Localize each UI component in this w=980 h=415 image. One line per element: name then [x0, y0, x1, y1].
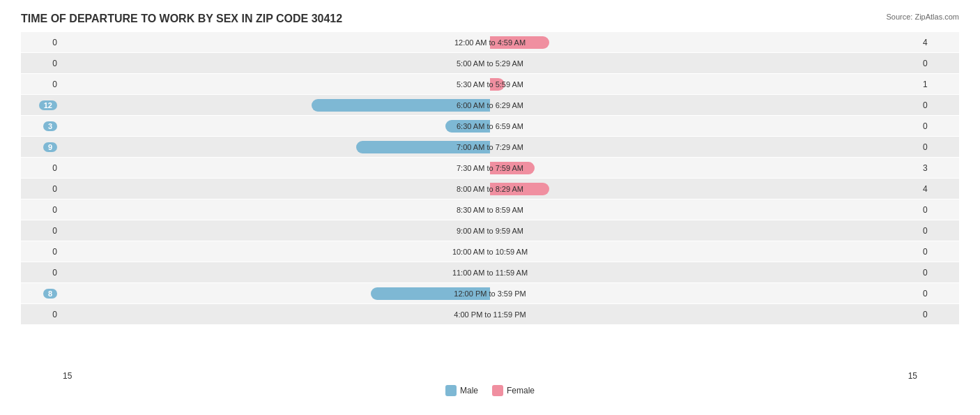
left-value: 0: [21, 38, 63, 47]
table-row: 05:30 AM to 5:59 AM1: [21, 74, 959, 94]
bars-center: 8:00 AM to 8:29 AM: [63, 179, 917, 199]
left-value: 0: [21, 268, 63, 278]
left-value: 3: [21, 121, 63, 131]
female-bar: [490, 78, 505, 91]
right-value: 0: [917, 247, 959, 257]
male-value-badge: 9: [43, 142, 57, 152]
male-legend-box: [445, 385, 457, 396]
bars-center: 11:00 AM to 11:59 AM: [63, 262, 917, 282]
male-label: Male: [460, 386, 478, 395]
table-row: 04:00 PM to 11:59 PM0: [21, 304, 959, 324]
female-bar: [490, 36, 549, 49]
bars-center: 4:00 PM to 11:59 PM: [63, 304, 917, 324]
table-row: 010:00 AM to 10:59 AM0: [21, 241, 959, 262]
female-bar: [490, 183, 549, 195]
right-value: 1: [917, 80, 959, 89]
male-value-badge: 8: [43, 289, 57, 299]
left-value: 8: [21, 289, 63, 299]
male-bar: [371, 287, 490, 300]
right-value: 0: [917, 226, 959, 236]
table-row: 812:00 PM to 3:59 PM0: [21, 283, 959, 303]
bars-center: 5:30 AM to 5:59 AM: [63, 74, 917, 94]
chart-title: TIME OF DEPARTURE TO WORK BY SEX IN ZIP …: [21, 13, 959, 25]
male-value-badge: 12: [39, 100, 57, 110]
right-value: 0: [917, 59, 959, 68]
male-bar: [356, 141, 490, 153]
right-value: 4: [917, 38, 959, 47]
left-value: 0: [21, 163, 63, 173]
left-value: 0: [21, 59, 63, 68]
male-bar: [312, 99, 490, 112]
table-row: 36:30 AM to 6:59 AM0: [21, 116, 959, 136]
time-label: 10:00 AM to 10:59 AM: [452, 248, 528, 256]
left-value: 0: [21, 80, 63, 89]
left-value: 0: [21, 184, 63, 194]
left-value: 12: [21, 100, 63, 110]
bars-center: 12:00 AM to 4:59 AM: [63, 32, 917, 52]
table-row: 126:00 AM to 6:29 AM0: [21, 95, 959, 115]
right-value: 3: [917, 163, 959, 173]
bars-center: 5:00 AM to 5:29 AM: [63, 53, 917, 73]
right-value: 4: [917, 184, 959, 194]
right-value: 0: [917, 268, 959, 278]
table-row: 012:00 AM to 4:59 AM4: [21, 32, 959, 52]
female-label: Female: [507, 386, 535, 395]
legend-female: Female: [492, 385, 535, 396]
table-row: 011:00 AM to 11:59 AM0: [21, 262, 959, 282]
bars-center: 10:00 AM to 10:59 AM: [63, 241, 917, 262]
male-value-badge: 3: [43, 121, 57, 131]
bottom-axis: 15 15: [21, 371, 959, 381]
time-label: 11:00 AM to 11:59 AM: [452, 269, 528, 277]
legend: Male Female: [21, 385, 959, 396]
time-label: 5:00 AM to 5:29 AM: [457, 59, 523, 68]
axis-left: 15: [63, 371, 72, 381]
table-row: 05:00 AM to 5:29 AM0: [21, 53, 959, 73]
source-text: Source: ZipAtlas.com: [886, 13, 959, 21]
male-bar: [445, 120, 490, 133]
right-value: 0: [917, 121, 959, 131]
table-row: 07:30 AM to 7:59 AM3: [21, 158, 959, 178]
female-bar: [490, 162, 535, 174]
legend-male: Male: [445, 385, 478, 396]
chart-container: TIME OF DEPARTURE TO WORK BY SEX IN ZIP …: [0, 0, 980, 415]
female-legend-box: [492, 385, 503, 396]
left-value: 9: [21, 142, 63, 152]
time-label: 8:30 AM to 8:59 AM: [457, 206, 523, 214]
chart-area: 012:00 AM to 4:59 AM405:00 AM to 5:29 AM…: [21, 32, 959, 367]
right-value: 0: [917, 310, 959, 319]
table-row: 09:00 AM to 9:59 AM0: [21, 220, 959, 241]
bars-center: 7:30 AM to 7:59 AM: [63, 158, 917, 178]
right-value: 0: [917, 142, 959, 152]
bars-center: 9:00 AM to 9:59 AM: [63, 220, 917, 241]
time-label: 4:00 PM to 11:59 PM: [454, 310, 526, 319]
left-value: 0: [21, 247, 63, 257]
left-value: 0: [21, 226, 63, 236]
bars-center: 6:30 AM to 6:59 AM: [63, 116, 917, 136]
right-value: 0: [917, 289, 959, 299]
left-value: 0: [21, 205, 63, 215]
time-label: 9:00 AM to 9:59 AM: [457, 227, 523, 235]
right-value: 0: [917, 100, 959, 110]
bars-center: 7:00 AM to 7:29 AM: [63, 137, 917, 157]
table-row: 08:00 AM to 8:29 AM4: [21, 179, 959, 199]
bars-center: 12:00 PM to 3:59 PM: [63, 283, 917, 303]
axis-right: 15: [908, 371, 917, 381]
table-row: 08:30 AM to 8:59 AM0: [21, 199, 959, 220]
table-row: 97:00 AM to 7:29 AM0: [21, 137, 959, 157]
right-value: 0: [917, 205, 959, 215]
left-value: 0: [21, 310, 63, 319]
bars-center: 8:30 AM to 8:59 AM: [63, 199, 917, 220]
bars-center: 6:00 AM to 6:29 AM: [63, 95, 917, 115]
